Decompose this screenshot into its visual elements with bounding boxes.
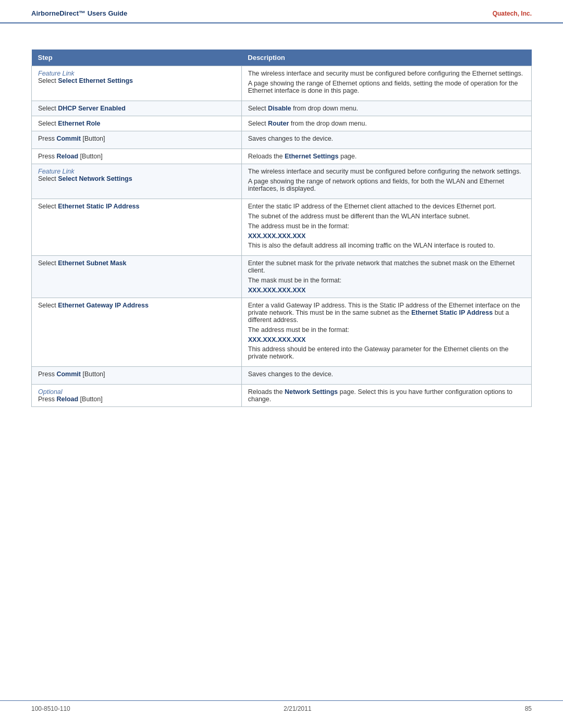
step-suffix: [Button] (81, 135, 105, 142)
step-cell: Select Ethernet Role (32, 116, 242, 131)
step-italic: Feature Link (38, 70, 235, 77)
desc-text: Reloads the (248, 153, 285, 160)
table-row: Press Commit [Button]Saves changes to th… (32, 131, 532, 149)
step-plain: Select (38, 203, 58, 210)
desc-para: A page showing the range of Ethernet opt… (248, 80, 525, 94)
step-plain: Select (38, 105, 58, 112)
step-bold-line: Select Select Network Settings (38, 175, 132, 182)
desc-para: The wireless interface and security must… (248, 168, 525, 175)
header-company: Quatech, Inc. (493, 10, 532, 17)
desc-after: This address should be entered into the … (248, 346, 525, 360)
footer-page-number: 85 (525, 705, 532, 712)
desc-cell: Enter the static IP address of the Ether… (241, 199, 531, 256)
step-plain: Select (38, 260, 58, 267)
step-bold: Reload (56, 153, 78, 160)
desc-cell: Enter a valid Gateway IP address. This i… (241, 298, 531, 367)
col-desc-header: Description (241, 50, 531, 66)
step-bold-line: Press Reload [Button] (38, 396, 103, 403)
step-italic: Feature Link (38, 168, 235, 175)
step-suffix: [Button] (78, 153, 103, 160)
page-content: Step Description Feature LinkSelect Sele… (0, 23, 563, 438)
desc-cell: Saves changes to the device. (241, 131, 531, 149)
step-bold: Ethernet Gateway IP Address (58, 302, 149, 309)
step-bold-line: Select Select Ethernet Settings (38, 77, 133, 84)
desc-cell: Select Disable from drop down menu. (241, 101, 531, 116)
step-cell: Select Ethernet Subnet Mask (32, 256, 242, 298)
desc-text: Reloads the (248, 388, 285, 396)
header-title: AirborneDirect™ Users Guide (31, 9, 127, 17)
footer-doc-number: 100-8510-110 (31, 705, 70, 712)
table-row: Select Ethernet Gateway IP AddressEnter … (32, 298, 532, 367)
desc-cell: Saves changes to the device. (241, 367, 531, 385)
step-cell: Press Commit [Button] (32, 367, 242, 385)
step-bold: Ethernet Subnet Mask (58, 260, 126, 267)
step-plain: Press (38, 371, 56, 378)
table-row: Feature LinkSelect Select Network Settin… (32, 164, 532, 199)
desc-cell: Reloads the Ethernet Settings page. (241, 149, 531, 164)
table-row: Select Ethernet Subnet MaskEnter the sub… (32, 256, 532, 298)
page-header: AirborneDirect™ Users Guide Quatech, Inc… (0, 0, 563, 23)
desc-cell: The wireless interface and security must… (241, 164, 531, 199)
desc-format: XXX.XXX.XXX.XXX (248, 287, 525, 294)
desc-after: This is also the default address all inc… (248, 242, 525, 249)
desc-format: XXX.XXX.XXX.XXX (248, 336, 525, 343)
desc-para: Saves changes to the device. (248, 371, 525, 378)
table-row: Select Ethernet RoleSelect Router from t… (32, 116, 532, 131)
table-row: Press Commit [Button]Saves changes to th… (32, 367, 532, 385)
footer-date: 2/21/2011 (284, 705, 311, 712)
steps-table: Step Description Feature LinkSelect Sele… (31, 50, 532, 407)
table-row: Select Ethernet Static IP AddressEnter t… (32, 199, 532, 256)
step-bold: Commit (56, 371, 81, 378)
step-bold: Ethernet Role (58, 120, 100, 127)
desc-para: The subnet of the address must be differ… (248, 213, 525, 220)
desc-para: The mask must be in the format: (248, 277, 525, 284)
step-cell: Select Ethernet Static IP Address (32, 199, 242, 256)
step-cell: Press Reload [Button] (32, 149, 242, 164)
table-row: Feature LinkSelect Select Ethernet Setti… (32, 66, 532, 101)
step-cell: OptionalPress Reload [Button] (32, 385, 242, 407)
desc-para: The address must be in the format: (248, 223, 525, 230)
step-bold: DHCP Server Enabled (58, 105, 126, 112)
step-bold: Ethernet Static IP Address (58, 203, 139, 210)
page-footer: 100-8510-110 2/21/2011 85 (0, 700, 563, 712)
desc-para: Enter a valid Gateway IP address. This i… (248, 302, 525, 324)
desc-cell: Enter the subnet mask for the private ne… (241, 256, 531, 298)
step-cell: Select DHCP Server Enabled (32, 101, 242, 116)
step-plain: Select (38, 120, 58, 127)
step-suffix: [Button] (81, 371, 105, 378)
desc-cell: The wireless interface and security must… (241, 66, 531, 101)
step-plain: Press (38, 135, 56, 142)
step-italic: Optional (38, 388, 235, 396)
desc-text: Select (248, 120, 268, 127)
desc-para: Saves changes to the device. (248, 135, 525, 142)
step-plain: Press (38, 153, 56, 160)
step-cell: Feature LinkSelect Select Ethernet Setti… (32, 66, 242, 101)
desc-text: Select (248, 105, 268, 112)
table-row: Select DHCP Server EnabledSelect Disable… (32, 101, 532, 116)
desc-para: Enter the static IP address of the Ether… (248, 203, 525, 210)
step-cell: Feature LinkSelect Select Network Settin… (32, 164, 242, 199)
desc-cell: Reloads the Network Settings page. Selec… (241, 385, 531, 407)
step-cell: Select Ethernet Gateway IP Address (32, 298, 242, 367)
table-row: OptionalPress Reload [Button]Reloads the… (32, 385, 532, 407)
desc-para: Enter the subnet mask for the private ne… (248, 260, 525, 274)
step-cell: Press Commit [Button] (32, 131, 242, 149)
table-row: Press Reload [Button]Reloads the Etherne… (32, 149, 532, 164)
step-bold: Commit (56, 135, 81, 142)
desc-format: XXX.XXX.XXX.XXX (248, 232, 525, 240)
col-step-header: Step (32, 50, 242, 66)
desc-cell: Select Router from the drop down menu. (241, 116, 531, 131)
desc-para: The wireless interface and security must… (248, 70, 525, 77)
desc-para: The address must be in the format: (248, 326, 525, 334)
step-plain: Select (38, 302, 58, 309)
desc-para: A page showing the range of network opti… (248, 178, 525, 192)
